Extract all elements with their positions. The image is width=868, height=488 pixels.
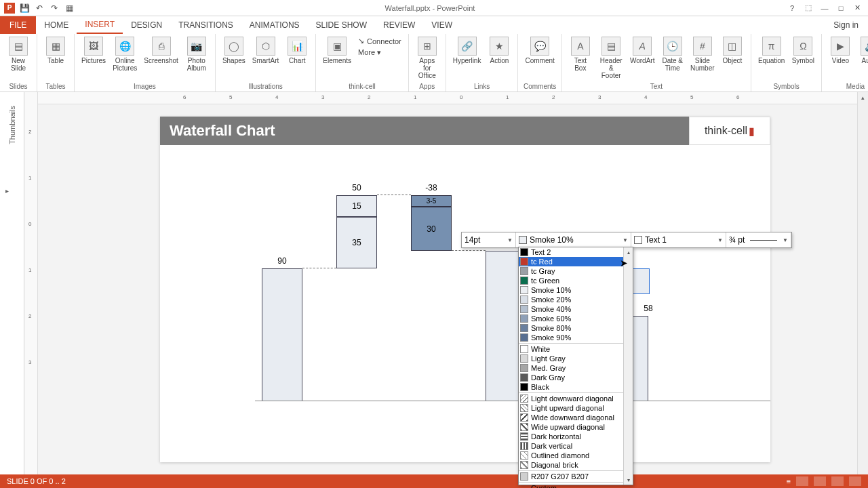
maximize-icon[interactable]: □ xyxy=(835,3,846,14)
slide-number-button[interactable]: #SlideNumber xyxy=(688,35,717,73)
expand-thumbnails-icon[interactable]: ▸ xyxy=(5,187,9,195)
bar-segment[interactable]: 30 xyxy=(411,207,452,251)
thumbnails-panel[interactable]: ▸ Thumbnails xyxy=(0,92,24,474)
color-option[interactable]: Smoke 80% xyxy=(519,323,633,333)
normal-view-button[interactable] xyxy=(796,476,808,486)
color-option[interactable]: Smoke 60% xyxy=(519,314,633,323)
undo-icon[interactable]: ↶ xyxy=(34,3,45,14)
file-tab[interactable]: FILE xyxy=(0,16,36,34)
color-option[interactable]: tc Green xyxy=(519,276,633,285)
hyperlink-button[interactable]: 🔗Hyperlink xyxy=(450,35,484,66)
color-option[interactable]: Med. Gray xyxy=(519,363,633,373)
redo-icon[interactable]: ↷ xyxy=(49,3,60,14)
reading-view-button[interactable] xyxy=(831,476,844,486)
video-button[interactable]: ▶Video xyxy=(826,35,854,66)
tab-transitions[interactable]: TRANSITIONS xyxy=(170,16,241,34)
title-bar: P 💾 ↶ ↷ ▦ Waterfall.pptx - PowerPoint ? … xyxy=(0,0,868,16)
pattern-option[interactable]: Wide upward diagonal xyxy=(519,422,633,432)
color-option[interactable]: R207 G207 B207 xyxy=(519,472,633,481)
ribbon-tabs: FILE HOME INSERT DESIGN TRANSITIONS ANIM… xyxy=(0,16,868,34)
line-weight-dropdown[interactable]: ¾ pt▼ xyxy=(726,232,791,247)
tab-slideshow[interactable]: SLIDE SHOW xyxy=(308,16,375,34)
pattern-option[interactable]: Light downward diagonal xyxy=(519,394,633,403)
scroll-down-icon[interactable]: ▾ xyxy=(624,475,633,485)
bar-segment[interactable]: 15 xyxy=(336,195,377,217)
dropdown-scrollbar[interactable]: ▴ ▾ xyxy=(623,247,633,485)
color-option[interactable]: Dark Gray xyxy=(519,373,633,382)
minimize-icon[interactable]: — xyxy=(819,3,830,14)
ribbon-options-icon[interactable]: ⬚ xyxy=(803,3,814,14)
help-icon[interactable]: ? xyxy=(787,3,797,14)
header-footer-button[interactable]: ▤Header& Footer xyxy=(596,35,627,81)
bar-segment[interactable] xyxy=(262,268,302,401)
pattern-option[interactable]: Wide downward diagonal xyxy=(519,413,633,422)
font-size-dropdown[interactable]: 14pt▼ xyxy=(462,232,516,247)
audio-button[interactable]: 🔊Audio xyxy=(856,35,868,66)
photo-album-button[interactable]: 📷PhotoAlbum xyxy=(182,35,211,73)
color-option[interactable]: Text 2 xyxy=(519,247,633,257)
status-bar: SLIDE 0 OF 0 .. 2 ≡ xyxy=(0,474,868,488)
elements-button[interactable]: ▣Elements xyxy=(320,35,354,66)
action-button[interactable]: ★Action xyxy=(485,35,513,66)
close-icon[interactable]: ✕ xyxy=(852,3,863,14)
pattern-option[interactable]: Dark vertical xyxy=(519,441,633,451)
tab-home[interactable]: HOME xyxy=(36,16,77,34)
tab-insert[interactable]: INSERT xyxy=(77,16,123,34)
slideshow-view-button[interactable] xyxy=(849,476,861,486)
fill-dropdown[interactable]: Smoke 10%▼ xyxy=(516,232,631,247)
color-option[interactable]: tc Red xyxy=(519,257,633,266)
bar-segment[interactable]: 3-5 xyxy=(411,195,452,207)
color-option[interactable]: tc Gray xyxy=(519,266,633,276)
shapes-button[interactable]: ◯Shapes xyxy=(220,35,248,66)
color-option[interactable]: White xyxy=(519,344,633,354)
comment-button[interactable]: 💬Comment xyxy=(522,35,557,66)
font-color-dropdown[interactable]: Text 1▼ xyxy=(631,232,726,247)
wordart-button[interactable]: AWordArt xyxy=(628,35,657,66)
scroll-up-icon[interactable]: ▴ xyxy=(624,247,633,257)
textbox-button[interactable]: ATextBox xyxy=(566,35,595,73)
chart-title: Waterfall Chart xyxy=(160,117,689,145)
signin-link[interactable]: Sign in xyxy=(824,16,868,34)
object-button[interactable]: ◫Object xyxy=(718,35,747,66)
apps-button[interactable]: ⊞Apps forOffice xyxy=(413,35,441,81)
color-option[interactable]: Black xyxy=(519,382,633,392)
color-option[interactable]: Smoke 10% xyxy=(519,285,633,295)
color-option[interactable]: Smoke 40% xyxy=(519,304,633,314)
pattern-option[interactable]: Outlined diamond xyxy=(519,451,633,460)
notes-button[interactable]: ≡ xyxy=(787,477,791,485)
color-option[interactable]: Light Gray xyxy=(519,354,633,363)
online-pictures-button[interactable]: 🌐OnlinePictures xyxy=(110,35,140,73)
table-button[interactable]: ▦Table xyxy=(41,35,70,66)
sorter-view-button[interactable] xyxy=(814,476,826,486)
tab-design[interactable]: DESIGN xyxy=(123,16,170,34)
pattern-option[interactable]: Light upward diagonal xyxy=(519,403,633,413)
chart-button[interactable]: 📊Chart xyxy=(283,35,311,66)
color-option[interactable]: Smoke 20% xyxy=(519,295,633,304)
date-time-button[interactable]: 🕒Date &Time xyxy=(658,35,687,73)
connector-button[interactable]: ↘Connector xyxy=(358,37,401,45)
smartart-button[interactable]: ⬡SmartArt xyxy=(250,35,281,66)
pictures-button[interactable]: 🖼Pictures xyxy=(79,35,108,66)
custom-color-option[interactable]: Custom... xyxy=(519,483,633,488)
new-slide-button[interactable]: ▤NewSlide xyxy=(4,35,33,73)
more-button[interactable]: More ▾ xyxy=(358,48,401,57)
save-icon[interactable]: 💾 xyxy=(19,3,30,14)
tab-review[interactable]: REVIEW xyxy=(375,16,423,34)
bar-segment[interactable]: 35 xyxy=(336,217,377,268)
color-option[interactable]: Smoke 90% xyxy=(519,333,633,342)
app-icon: P xyxy=(4,3,15,14)
fill-color-menu: Text 2 tc Red tc Gray tc Green Smoke 10%… xyxy=(518,247,633,485)
pattern-option[interactable]: Dark horizontal xyxy=(519,432,633,441)
symbol-button[interactable]: ΩSymbol xyxy=(789,35,817,66)
start-slideshow-icon[interactable]: ▦ xyxy=(64,3,75,14)
scroll-up-icon[interactable]: ▴ xyxy=(858,92,868,103)
waterfall-chart[interactable]: 90 50 15 35 -38 3-5 30 xyxy=(255,171,770,401)
equation-button[interactable]: πEquation xyxy=(755,35,787,66)
tab-view[interactable]: VIEW xyxy=(423,16,460,34)
screenshot-button[interactable]: ⎙Screenshot xyxy=(141,35,181,66)
vertical-ruler: 2 1 0 1 2 3 xyxy=(24,92,38,474)
slide-canvas[interactable]: Waterfall Chart think-cell▮ 90 50 15 35 xyxy=(160,117,770,462)
vertical-scrollbar[interactable]: ▴ xyxy=(857,92,868,474)
pattern-option[interactable]: Diagonal brick xyxy=(519,460,633,470)
tab-animations[interactable]: ANIMATIONS xyxy=(241,16,308,34)
